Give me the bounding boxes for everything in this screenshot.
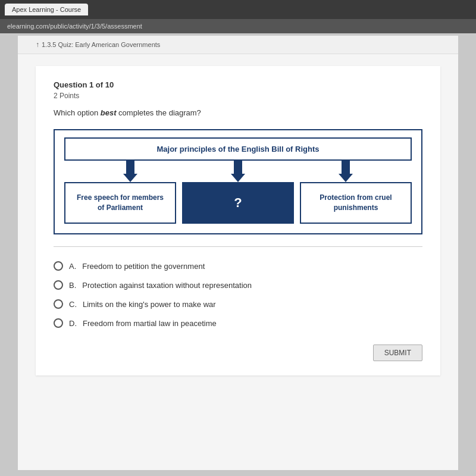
question-text-after: completes the diagram? (117, 108, 201, 117)
question-text-before: Which option (54, 108, 101, 117)
radio-c[interactable] (54, 299, 63, 309)
radio-d[interactable] (54, 318, 63, 328)
arrow-right-head (339, 174, 353, 182)
arrow-left-shaft (126, 161, 134, 174)
question-label: Question 1 of 10 (54, 80, 422, 89)
option-d-text: Freedom from martial law in peacetime (83, 319, 217, 328)
radio-a[interactable] (54, 261, 63, 271)
address-bar: elearning.com/public/activity/1/3/5/asse… (0, 19, 476, 33)
diagram: Major principles of the English Bill of … (54, 129, 422, 234)
arrows-row (76, 161, 400, 182)
page-content: ↑ 1.3.5 Quiz: Early American Governments… (18, 36, 458, 470)
arrow-left (123, 161, 137, 182)
radio-b[interactable] (54, 280, 63, 290)
option-d-letter: D. (69, 319, 77, 328)
option-b[interactable]: B. Protection against taxation without r… (54, 275, 422, 295)
option-c[interactable]: C. Limits on the king's power to make wa… (54, 295, 422, 314)
divider (54, 246, 422, 247)
option-a[interactable]: A. Freedom to petition the government (54, 256, 422, 275)
arrow-center-head (231, 174, 245, 182)
answer-options: A. Freedom to petition the government B.… (54, 256, 422, 333)
option-c-letter: C. (69, 300, 77, 309)
option-b-letter: B. (69, 281, 76, 290)
diagram-box-right: Protection from cruel punishments (300, 182, 412, 224)
arrow-center-shaft (234, 161, 242, 174)
breadcrumb-arrow-icon: ↑ (36, 40, 39, 49)
option-b-text: Protection against taxation without repr… (82, 281, 252, 290)
diagram-box-left: Free speech for members of Parliament (64, 182, 176, 224)
option-d[interactable]: D. Freedom from martial law in peacetime (54, 314, 422, 333)
arrow-left-head (123, 174, 137, 182)
diagram-box-middle: ? (182, 182, 294, 224)
arrow-right (339, 161, 353, 182)
quiz-container: Question 1 of 10 2 Points Which option b… (36, 66, 440, 375)
submit-row: SUBMIT (54, 345, 422, 361)
question-text-bold: best (101, 108, 117, 117)
arrow-right-shaft (342, 161, 350, 174)
diagram-title: Major principles of the English Bill of … (64, 137, 412, 161)
arrow-center (231, 161, 245, 182)
diagram-boxes-row: Free speech for members of Parliament ? … (64, 182, 412, 224)
option-a-text: Freedom to petition the government (82, 262, 205, 271)
browser-bar: Apex Learning - Course (0, 0, 476, 19)
points-label: 2 Points (54, 92, 422, 100)
address-text: elearning.com/public/activity/1/3/5/asse… (7, 23, 142, 30)
submit-button[interactable]: SUBMIT (373, 345, 422, 361)
option-c-text: Limits on the king's power to make war (83, 300, 216, 309)
browser-tab[interactable]: Apex Learning - Course (5, 4, 88, 15)
breadcrumb-text: 1.3.5 Quiz: Early American Governments (42, 41, 160, 48)
breadcrumb: ↑ 1.3.5 Quiz: Early American Governments (18, 36, 458, 54)
question-text: Which option best completes the diagram? (54, 108, 422, 117)
option-a-letter: A. (69, 262, 76, 271)
